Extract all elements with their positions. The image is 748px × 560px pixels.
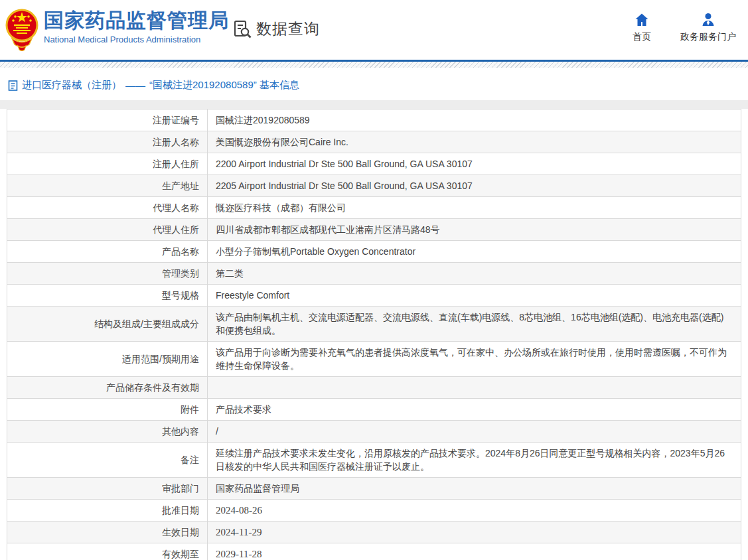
row-value: 延续注册产品技术要求未发生变化，沿用原核发的产品技术要求。2024年8月26日同… xyxy=(208,443,741,477)
site-header: 国家药品监督管理局 National Medical Products Admi… xyxy=(0,0,748,60)
row-value: 美国慨迩股份有限公司Caire Inc. xyxy=(208,131,741,153)
row-value: 该产品由制氧机主机、交流电源适配器、交流电源线、直流(车载)电源线、8芯电池组、… xyxy=(208,307,741,341)
row-label: 注册人住所 xyxy=(7,153,208,175)
row-label: 备注 xyxy=(7,443,208,477)
home-icon xyxy=(634,12,650,28)
national-emblem-icon xyxy=(5,5,38,54)
row-label: 注册人名称 xyxy=(7,131,208,153)
breadcrumb-detail: “国械注进20192080589” 基本信息 xyxy=(149,79,299,92)
table-row: 代理人住所四川省成都市郫都区成都现代工业港南片区清马路48号 xyxy=(7,219,741,241)
row-label: 附件 xyxy=(7,399,208,420)
row-value: 国械注进20192080589 xyxy=(208,109,741,131)
breadcrumb: 进口医疗器械（注册） —— “国械注进20192080589” 基本信息 xyxy=(0,68,748,100)
row-label: 结构及组成/主要组成成分 xyxy=(7,307,208,341)
row-label: 批准日期 xyxy=(7,500,208,521)
table-row: 注册证编号国械注进20192080589 xyxy=(7,109,741,131)
breadcrumb-dash: —— xyxy=(125,80,145,91)
doc-search-icon xyxy=(232,19,252,39)
row-label: 代理人住所 xyxy=(7,219,208,240)
row-value: / xyxy=(208,421,741,442)
row-label: 产品储存条件及有效期 xyxy=(7,377,208,398)
org-title-block: 国家药品监督管理局 National Medical Products Admi… xyxy=(44,9,229,44)
nav-item-gov-portal[interactable]: 政务服务门户 xyxy=(680,12,736,43)
row-value: 2024-11-29 xyxy=(208,522,741,543)
table-row: 代理人名称慨迩医疗科技（成都）有限公司 xyxy=(7,197,741,219)
row-value: 2205 Airport Industrial Dr Ste 500 Ball … xyxy=(208,175,741,196)
nav-label: 首页 xyxy=(633,31,651,43)
row-label: 有效期至 xyxy=(7,543,208,560)
row-value: 小型分子筛制氧机Portable Oxygen Concentrator xyxy=(208,241,741,262)
document-icon xyxy=(8,80,18,91)
row-label: 型号规格 xyxy=(7,285,208,306)
table-row: 注册人住所2200 Airport Industrial Dr Ste 500 … xyxy=(7,153,741,175)
table-row: 生产地址2205 Airport Industrial Dr Ste 500 B… xyxy=(7,175,741,197)
row-label: 注册证编号 xyxy=(7,109,208,131)
table-row: 产品名称小型分子筛制氧机Portable Oxygen Concentrator xyxy=(7,241,741,263)
stripe-band xyxy=(0,62,748,68)
row-value: 2200 Airport Industrial Dr Ste 500 Ball … xyxy=(208,153,741,175)
table-row: 附件产品技术要求 xyxy=(7,399,741,421)
row-value: 2029-11-28 xyxy=(208,543,741,560)
row-value: 该产品用于向诊断为需要补充氧气的患者提供高浓度氧气，可在家中、办公场所或在旅行时… xyxy=(208,342,741,376)
row-value: 慨迩医疗科技（成都）有限公司 xyxy=(208,197,741,218)
org-name-zh: 国家药品监督管理局 xyxy=(44,9,229,32)
table-row: 批准日期2024-08-26 xyxy=(7,500,741,522)
nav-label: 政务服务门户 xyxy=(680,31,736,43)
row-value xyxy=(208,377,741,398)
row-value: 四川省成都市郫都区成都现代工业港南片区清马路48号 xyxy=(208,219,741,240)
row-label: 适用范围/预期用途 xyxy=(7,342,208,376)
info-table: 注册证编号国械注进20192080589注册人名称美国慨迩股份有限公司Caire… xyxy=(7,109,741,560)
table-row: 其他内容/ xyxy=(7,421,741,443)
user-icon xyxy=(700,12,716,28)
row-value: Freestyle Comfort xyxy=(208,285,741,306)
table-row: 审批部门国家药品监督管理局 xyxy=(7,478,741,500)
table-row: 备注延续注册产品技术要求未发生变化，沿用原核发的产品技术要求。2024年8月26… xyxy=(7,443,741,478)
breadcrumb-category[interactable]: 进口医疗器械（注册） xyxy=(22,79,121,92)
row-value: 产品技术要求 xyxy=(208,399,741,420)
row-label: 生效日期 xyxy=(7,522,208,543)
row-label: 产品名称 xyxy=(7,241,208,262)
row-label: 管理类别 xyxy=(7,263,208,284)
table-row: 管理类别第二类 xyxy=(7,263,741,285)
row-label: 其他内容 xyxy=(7,421,208,442)
data-query-label: 数据查询 xyxy=(256,19,320,39)
top-nav: 首页 政务服务门户 xyxy=(633,12,736,43)
nav-item-home[interactable]: 首页 xyxy=(633,12,651,43)
section-separator xyxy=(0,100,748,109)
row-value: 第二类 xyxy=(208,263,741,284)
row-label: 代理人名称 xyxy=(7,197,208,218)
table-row: 适用范围/预期用途该产品用于向诊断为需要补充氧气的患者提供高浓度氧气，可在家中、… xyxy=(7,342,741,377)
table-row: 型号规格Freestyle Comfort xyxy=(7,285,741,307)
org-name-en: National Medical Products Administration xyxy=(44,35,229,44)
table-row: 注册人名称美国慨迩股份有限公司Caire Inc. xyxy=(7,131,741,153)
table-row: 生效日期2024-11-29 xyxy=(7,522,741,543)
data-query-tab[interactable]: 数据查询 xyxy=(232,19,320,39)
row-value: 国家药品监督管理局 xyxy=(208,478,741,499)
row-value: 2024-08-26 xyxy=(208,500,741,521)
row-label: 生产地址 xyxy=(7,175,208,196)
table-row: 结构及组成/主要组成成分该产品由制氧机主机、交流电源适配器、交流电源线、直流(车… xyxy=(7,307,741,342)
table-row: 产品储存条件及有效期 xyxy=(7,377,741,399)
table-row: 有效期至2029-11-28 xyxy=(7,543,741,560)
row-label: 审批部门 xyxy=(7,478,208,499)
